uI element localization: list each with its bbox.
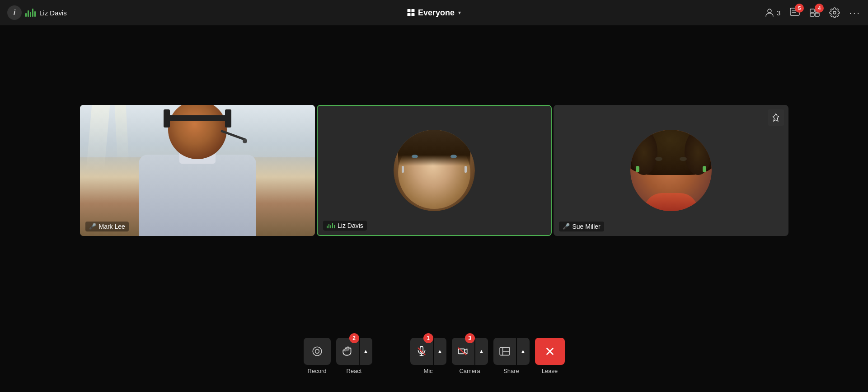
more-icon: ··· <box>849 8 861 18</box>
leave-group: Leave <box>535 338 565 374</box>
mic-label: Mic <box>423 368 432 374</box>
leave-label: Leave <box>542 368 558 374</box>
svg-rect-5 <box>815 13 819 16</box>
audio-bar-3 <box>30 12 31 17</box>
liz-avatar-circle <box>394 130 475 211</box>
record-group: Record <box>304 338 331 374</box>
participant-count: 3 <box>777 9 780 17</box>
tile-mark-lee[interactable]: 🎤 Mark Lee <box>80 105 315 236</box>
react-label: React <box>347 368 362 374</box>
svg-point-6 <box>833 11 836 14</box>
share-group: ▲ Share <box>493 338 530 374</box>
everyone-dropdown-arrow[interactable]: ▾ <box>458 9 461 16</box>
liz-davis-name: Liz Davis <box>338 222 363 229</box>
liz-davis-label: Liz Davis <box>323 221 367 231</box>
share-expand-button[interactable]: ▲ <box>517 338 530 365</box>
sue-avatar-circle <box>630 130 712 211</box>
leave-icon <box>544 345 556 357</box>
mic-expand-button[interactable]: ▲ <box>434 338 446 365</box>
toolbar: Record 2 ▲ React 1 <box>0 320 868 392</box>
reactions-badge: 4 <box>815 4 824 13</box>
share-label: Share <box>503 368 519 374</box>
sue-miller-mute-icon: 🎤 <box>563 223 570 230</box>
react-badge: 2 <box>349 333 359 343</box>
everyone-label[interactable]: Everyone <box>418 8 455 18</box>
audio-bar-2 <box>28 10 29 17</box>
breakout-button[interactable]: 4 <box>809 7 820 18</box>
info-icon[interactable]: i <box>7 5 22 20</box>
camera-badge: 3 <box>465 333 475 343</box>
sue-miller-label: 🎤 Sue Miller <box>559 222 604 231</box>
header-right: 3 5 4 <box>764 7 861 18</box>
gear-icon <box>829 7 840 18</box>
mark-lee-mute-icon: 🎤 <box>89 223 96 230</box>
chat-button[interactable]: 5 <box>789 7 800 18</box>
camera-label: Camera <box>459 368 480 374</box>
record-label: Record <box>308 368 327 374</box>
header-bar: i Liz Davis Everyone ▾ <box>0 0 868 25</box>
liz-avatar-image <box>394 130 475 211</box>
mark-lee-label: 🎤 Mark Lee <box>85 222 129 231</box>
camera-icon <box>457 345 469 357</box>
svg-rect-4 <box>810 13 814 16</box>
camera-group: 3 ▲ Camera <box>452 338 488 374</box>
more-button[interactable]: ··· <box>849 8 861 18</box>
everyone-group-icon <box>407 9 414 16</box>
liz-davis-video <box>318 106 551 235</box>
sue-miller-name: Sue Miller <box>572 223 601 230</box>
mic-icon <box>416 345 427 357</box>
tile-sue-miller[interactable]: 🎤 Sue Miller <box>554 105 788 236</box>
svg-point-8 <box>315 349 319 353</box>
react-group: 2 ▲ React <box>336 338 372 374</box>
grid-icon <box>407 9 414 16</box>
audio-bar-1 <box>25 13 27 17</box>
share-button[interactable] <box>493 338 516 365</box>
sue-avatar-image <box>630 130 712 211</box>
settings-button[interactable] <box>829 7 840 18</box>
leave-button[interactable] <box>535 338 565 365</box>
share-btn-row: ▲ <box>493 338 530 365</box>
chat-badge: 5 <box>795 4 804 13</box>
audio-bar-5 <box>34 11 36 17</box>
svg-point-0 <box>768 9 771 13</box>
video-grid: 🎤 Mark Lee <box>0 25 868 315</box>
record-icon <box>311 345 323 357</box>
pin-icon <box>771 113 780 122</box>
svg-rect-2 <box>810 9 814 12</box>
mic-badge: 1 <box>423 333 433 343</box>
header-center: Everyone ▾ <box>407 8 461 18</box>
react-icon <box>342 345 353 357</box>
participants-button[interactable]: 3 <box>764 7 780 18</box>
audio-bars <box>25 9 36 17</box>
mark-lee-name: Mark Lee <box>99 223 125 230</box>
pin-button[interactable] <box>768 109 784 126</box>
react-expand-button[interactable]: ▲ <box>360 338 372 365</box>
header-left: i Liz Davis <box>7 5 764 20</box>
audio-bar-4 <box>32 9 33 17</box>
tile-liz-davis[interactable]: Liz Davis <box>317 105 552 236</box>
svg-point-7 <box>313 347 322 356</box>
record-button[interactable] <box>304 338 331 365</box>
header-user-name: Liz Davis <box>39 9 67 17</box>
camera-expand-button[interactable]: ▲ <box>475 338 488 365</box>
person-icon <box>764 7 775 18</box>
sue-miller-video <box>554 105 788 236</box>
mark-lee-video <box>80 105 315 236</box>
liz-speaking-bars <box>327 223 335 228</box>
mic-group: 1 ▲ Mic <box>410 338 446 374</box>
share-icon <box>499 345 511 357</box>
